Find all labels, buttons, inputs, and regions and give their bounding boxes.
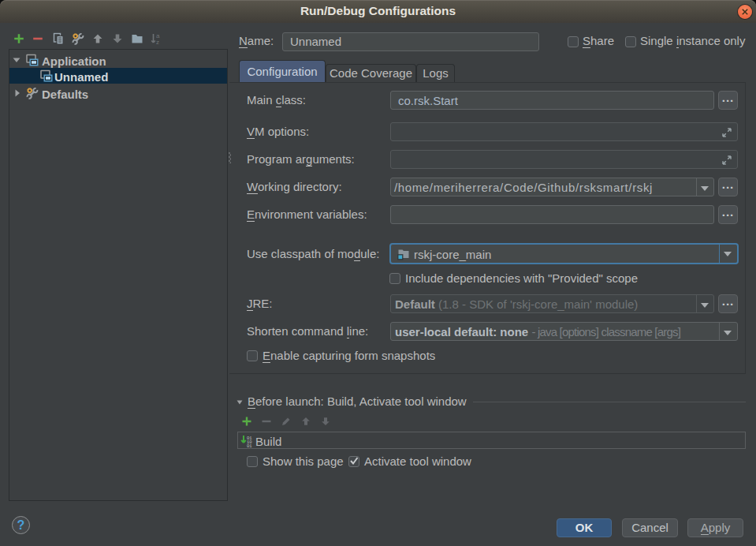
svg-text:01: 01 (247, 443, 252, 447)
svg-text:z: z (156, 39, 159, 45)
